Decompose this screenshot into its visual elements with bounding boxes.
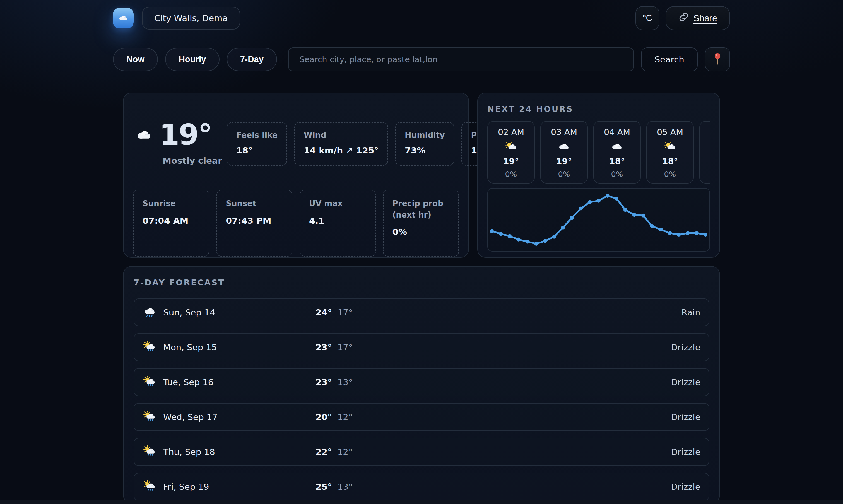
- forecast-low: 13°: [338, 377, 353, 387]
- view-tabs: Now Hourly 7-Day: [113, 48, 277, 71]
- forecast-high: 24°: [316, 307, 332, 318]
- forecast-row: Sun, Sep 14 24° 17° Rain: [133, 299, 710, 326]
- hour-temp: 19°: [556, 157, 572, 166]
- forecast-low: 17°: [338, 342, 353, 352]
- cloud-icon: [133, 128, 155, 141]
- weather-icon: [610, 141, 624, 153]
- forecast-row: Fri, Sep 19 25° 13° Drizzle: [133, 473, 710, 501]
- temperature-sparkline-chart: [487, 188, 710, 252]
- unit-toggle-button[interactable]: °C: [635, 6, 660, 30]
- detail-value: 0%: [393, 227, 450, 237]
- forecast-high: 22°: [316, 447, 332, 457]
- detail-box: Sunrise 07:04 AM: [133, 190, 209, 257]
- forecast-condition: Drizzle: [380, 377, 700, 387]
- forecast-row: Wed, Sep 17 20° 12° Drizzle: [133, 403, 710, 431]
- detail-value: 07:04 AM: [143, 216, 200, 226]
- location-label: City Walls, Dema: [154, 13, 228, 23]
- forecast-high: 20°: [316, 412, 332, 422]
- current-details: Sunrise 07:04 AM Sunset 07:43 PM UV max …: [133, 190, 459, 257]
- view-tab[interactable]: Now: [113, 48, 158, 71]
- header: City Walls, Dema °C Share: [113, 0, 730, 37]
- hour-precip: 0%: [505, 170, 517, 179]
- toolbar: Now Hourly 7-Day Search: [113, 37, 730, 83]
- hourly-strip[interactable]: 02 AM 19° 0% 03 AM 19° 0% 04 AM 18° 0% 0…: [487, 121, 710, 183]
- share-button[interactable]: Share: [666, 6, 730, 30]
- bottom-strip: [0, 500, 843, 504]
- forecast-date: Fri, Sep 19: [163, 482, 209, 492]
- locate-pin-button[interactable]: [705, 48, 730, 71]
- stat-box: Wind 14 km/h ↗ 125°: [294, 122, 388, 166]
- view-tab[interactable]: 7-Day: [227, 48, 277, 71]
- detail-box: Sunset 07:43 PM: [216, 190, 293, 257]
- stat-value: 14 km/h ↗ 125°: [304, 145, 379, 155]
- forecast-high: 23°: [316, 377, 332, 387]
- hour-temp: 19°: [503, 157, 519, 166]
- forecast-date: Tue, Sep 16: [163, 377, 213, 387]
- current-temp: 19°: [159, 118, 212, 152]
- tab-label: Hourly: [179, 54, 206, 65]
- detail-value: 07:43 PM: [226, 216, 283, 226]
- toolbar-divider: [0, 83, 843, 83]
- current-condition: Mostly clear: [133, 156, 227, 166]
- forecast-low: 12°: [338, 412, 353, 422]
- weather-icon: [504, 141, 518, 153]
- forecast-row: Thu, Sep 18 22° 12° Drizzle: [133, 438, 710, 466]
- forecast-date: Thu, Sep 18: [163, 447, 215, 457]
- forecast-rows: Sun, Sep 14 24° 17° Rain Mon, Sep 15 23°…: [133, 299, 710, 501]
- forecast-condition: Drizzle: [380, 482, 700, 492]
- detail-box: Precip prob (next hr) 0%: [383, 190, 459, 257]
- stat-label: Humidity: [405, 130, 445, 140]
- detail-label: UV max: [309, 198, 366, 210]
- stat-value: 18°: [236, 145, 277, 155]
- forecast-date: Wed, Sep 17: [163, 412, 218, 422]
- weather-icon: [143, 306, 157, 319]
- hour-card: 03 AM 19° 0%: [540, 121, 588, 183]
- forecast-low: 13°: [338, 482, 353, 492]
- weather-icon: [143, 480, 157, 493]
- forecast-row: Tue, Sep 16 23° 13° Drizzle: [133, 368, 710, 396]
- seven-day-forecast-card: 7-DAY FORECAST Sun, Sep 14 24° 17° Rain …: [123, 266, 720, 503]
- forecast-condition: Rain: [380, 308, 700, 318]
- hour-card: 06 AM 18° 0%: [699, 121, 710, 183]
- pushpin-icon: [713, 53, 722, 66]
- forecast-title: 7-DAY FORECAST: [133, 278, 710, 287]
- forecast-high: 23°: [316, 342, 332, 352]
- search-input[interactable]: [288, 48, 634, 71]
- hour-precip: 0%: [611, 170, 623, 179]
- hour-temp: 18°: [662, 157, 678, 166]
- weather-icon: [143, 341, 157, 354]
- forecast-low: 17°: [338, 307, 353, 318]
- forecast-condition: Drizzle: [380, 412, 700, 422]
- hour-time: 04 AM: [604, 127, 630, 137]
- detail-box: UV max 4.1: [300, 190, 376, 257]
- forecast-condition: Drizzle: [380, 342, 700, 352]
- weather-icon: [143, 376, 157, 389]
- search-button[interactable]: Search: [641, 48, 698, 71]
- detail-label: Sunset: [226, 198, 283, 210]
- hour-time: 05 AM: [657, 127, 683, 137]
- weather-icon: [143, 411, 157, 424]
- hour-precip: 0%: [664, 170, 676, 179]
- forecast-date: Sun, Sep 14: [163, 307, 215, 318]
- stat-box: Feels like 18°: [227, 122, 287, 166]
- hour-time: 02 AM: [498, 127, 524, 137]
- hour-card: 05 AM 18° 0%: [646, 121, 694, 183]
- tab-label: Now: [126, 54, 144, 65]
- forecast-condition: Drizzle: [380, 447, 700, 457]
- share-label: Share: [694, 13, 717, 23]
- current-hero: 19° Mostly clear: [133, 118, 227, 166]
- next24-title: NEXT 24 HOURS: [487, 104, 710, 114]
- app-logo: [113, 8, 133, 29]
- current-conditions-card: 19° Mostly clear Feels like 18° Wind 14 …: [123, 93, 469, 258]
- forecast-row: Mon, Sep 15 23° 17° Drizzle: [133, 333, 710, 361]
- tab-label: 7-Day: [240, 54, 264, 65]
- forecast-date: Mon, Sep 15: [163, 342, 217, 352]
- weather-icon: [143, 446, 157, 458]
- weather-icon: [663, 141, 677, 153]
- detail-label: Precip prob (next hr): [393, 198, 450, 221]
- view-tab[interactable]: Hourly: [165, 48, 219, 71]
- forecast-low: 12°: [338, 447, 353, 457]
- location-chip[interactable]: City Walls, Dema: [142, 7, 240, 30]
- stat-box: Humidity 73%: [395, 122, 454, 166]
- hour-card: 04 AM 18° 0%: [593, 121, 641, 183]
